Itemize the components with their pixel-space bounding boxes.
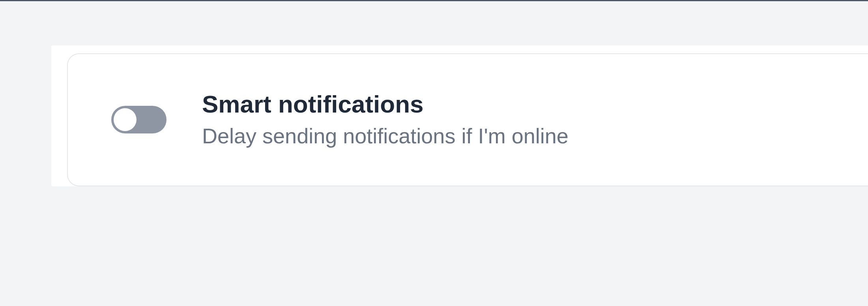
toggle-thumb-icon — [114, 108, 137, 131]
settings-panel: Smart notifications Delay sending notifi… — [51, 45, 868, 186]
setting-title: Smart notifications — [202, 90, 569, 119]
smart-notifications-setting: Smart notifications Delay sending notifi… — [67, 53, 868, 186]
setting-description: Delay sending notifications if I'm onlin… — [202, 122, 569, 150]
setting-text-group: Smart notifications Delay sending notifi… — [202, 90, 569, 150]
smart-notifications-toggle[interactable] — [111, 106, 166, 133]
